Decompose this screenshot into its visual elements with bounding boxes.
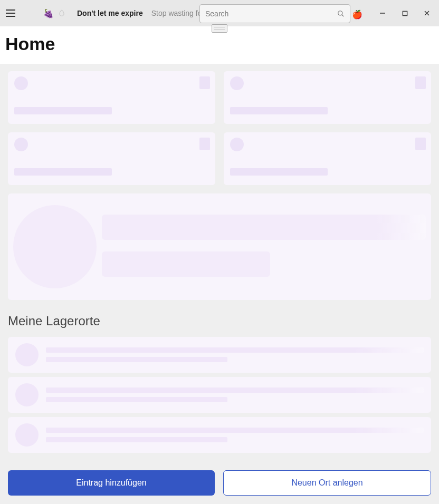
skeleton-sm-avatar bbox=[15, 423, 39, 447]
keyboard-hint-icon bbox=[212, 24, 227, 33]
skeleton-big-avatar bbox=[13, 205, 97, 288]
skeleton-list-item bbox=[8, 337, 431, 373]
page-title: Home bbox=[0, 32, 439, 64]
app-title: Don't let me expire bbox=[77, 9, 143, 17]
svg-point-0 bbox=[338, 11, 342, 15]
leaf-icon bbox=[58, 9, 65, 17]
skeleton-card bbox=[224, 71, 431, 124]
titlebar: 🍇 Don't let me expire Stop wasting food … bbox=[0, 0, 439, 26]
grapes-icon: 🍇 bbox=[43, 8, 54, 18]
svg-rect-3 bbox=[403, 11, 407, 15]
skeleton-line bbox=[46, 347, 424, 353]
skeleton-sm-avatar bbox=[15, 383, 39, 406]
skeleton-line bbox=[230, 168, 328, 176]
minimize-button[interactable] bbox=[379, 9, 386, 17]
content-area: Meine Lagerorte Eintrag hinzufügen bbox=[0, 64, 439, 504]
search-field[interactable] bbox=[199, 4, 350, 23]
add-entry-button[interactable]: Eintrag hinzufügen bbox=[8, 470, 215, 496]
skeleton-avatar bbox=[14, 138, 28, 151]
skeleton-line bbox=[46, 397, 227, 402]
skeleton-bar bbox=[102, 215, 426, 240]
skeleton-list-item bbox=[8, 417, 431, 453]
maximize-button[interactable] bbox=[401, 9, 408, 17]
skeleton-card bbox=[8, 71, 215, 124]
skeleton-bar-short bbox=[102, 251, 270, 277]
bottom-action-bar: Eintrag hinzufügen Neuen Ort anlegen bbox=[8, 470, 431, 496]
skeleton-card bbox=[8, 132, 215, 185]
skeleton-list-item bbox=[8, 377, 431, 413]
skeleton-line bbox=[14, 168, 112, 176]
skeleton-badge bbox=[199, 76, 210, 89]
skeleton-card bbox=[224, 132, 431, 185]
skeleton-line bbox=[14, 107, 112, 114]
app-logo: 🍇 bbox=[43, 8, 65, 18]
skeleton-sm-avatar bbox=[15, 343, 39, 366]
section-title: Meine Lagerorte bbox=[8, 314, 431, 328]
new-location-button[interactable]: Neuen Ort anlegen bbox=[223, 470, 431, 496]
skeleton-avatar bbox=[230, 76, 244, 90]
skeleton-line bbox=[46, 357, 227, 362]
skeleton-wide-lines bbox=[102, 205, 426, 288]
skeleton-avatar bbox=[14, 76, 28, 90]
skeleton-line bbox=[46, 387, 424, 393]
skeleton-badge bbox=[199, 138, 210, 150]
skeleton-avatar bbox=[230, 138, 244, 151]
svg-line-1 bbox=[342, 15, 344, 17]
skeleton-badge bbox=[415, 76, 426, 89]
search-input[interactable] bbox=[205, 9, 337, 18]
page: Home bbox=[0, 26, 439, 504]
skeleton-badge bbox=[415, 138, 426, 150]
window-controls bbox=[379, 0, 435, 26]
skeleton-line bbox=[46, 428, 424, 433]
skeleton-line bbox=[46, 437, 227, 442]
close-button[interactable] bbox=[423, 9, 431, 17]
apple-icon: 🍎 bbox=[352, 9, 362, 20]
skeleton-wide-card bbox=[8, 193, 431, 300]
menu-button[interactable] bbox=[4, 7, 17, 20]
search-icon bbox=[337, 10, 345, 17]
skeleton-line bbox=[230, 107, 328, 114]
cards-grid bbox=[8, 71, 431, 185]
